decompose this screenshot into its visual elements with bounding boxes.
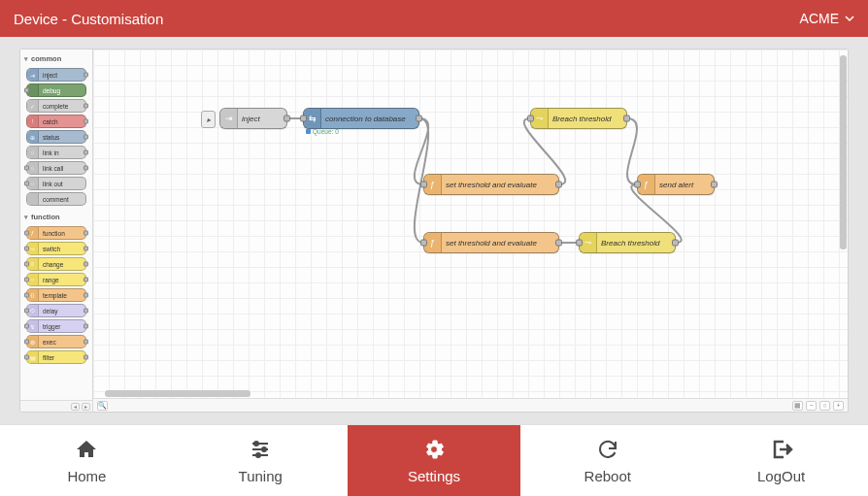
- palette-expand-icon[interactable]: ▸: [82, 403, 90, 411]
- palette-node-status[interactable]: ⊕status: [26, 130, 86, 144]
- workspace: common⇥injectdebug✓complete!catch⊕status…: [0, 37, 868, 424]
- palette-node-comment[interactable]: comment: [26, 192, 86, 206]
- svg-point-3: [254, 442, 258, 446]
- palette-group-function[interactable]: function: [22, 210, 90, 224]
- flow-node-label: send alert: [659, 181, 693, 189]
- palette-node-catch[interactable]: !catch: [26, 115, 86, 128]
- complete-icon: ✓: [27, 100, 39, 112]
- logout-icon: [770, 438, 793, 464]
- palette-node-label: link in: [43, 149, 59, 156]
- tuning-icon: [249, 438, 272, 464]
- palette-collapse-icon[interactable]: ◂: [71, 403, 80, 411]
- flow-node-alert[interactable]: ƒsend alert: [637, 174, 715, 195]
- reboot-icon: [596, 438, 619, 464]
- palette-node-template[interactable]: {}template: [26, 288, 86, 302]
- palette-node-label: trigger: [43, 323, 60, 330]
- search-icon[interactable]: 🔍: [97, 401, 108, 411]
- inject-icon: ⇥: [27, 69, 39, 81]
- palette-node-exec[interactable]: ⚙exec: [26, 335, 86, 348]
- palette-node-label: switch: [43, 246, 60, 252]
- palette-node-label: debug: [43, 87, 60, 94]
- tab-label: Settings: [408, 468, 460, 484]
- canvas-wrap: ▸⇥inject⇆connection to databaseQueue: 0⤳…: [93, 50, 848, 412]
- inject-trigger-button[interactable]: ▸: [201, 111, 216, 128]
- flow-node-label: inject: [242, 115, 260, 123]
- palette-node-label: comment: [43, 196, 69, 203]
- svg-point-5: [256, 453, 260, 457]
- palette-node-debug[interactable]: debug: [26, 83, 86, 97]
- palette-node-link-out[interactable]: ○link out: [26, 177, 86, 190]
- palette-node-label: delay: [43, 308, 58, 314]
- palette-node-range[interactable]: ↔range: [26, 273, 86, 286]
- palette-node-function[interactable]: ƒfunction: [26, 226, 86, 240]
- status-icon: ⊕: [27, 131, 39, 143]
- tab-logout[interactable]: LogOut: [694, 425, 868, 496]
- flow-node-label: Breach threshold: [552, 115, 611, 123]
- inject-icon: ⇥: [220, 109, 238, 128]
- palette-node-link-call[interactable]: ○link call: [26, 161, 86, 175]
- palette-node-label: status: [43, 134, 59, 141]
- palette-node-label: exec: [43, 339, 56, 346]
- palette-node-change[interactable]: ≡change: [26, 257, 86, 271]
- flow-node-breach2[interactable]: ⤳Breach threshold: [579, 232, 676, 253]
- tab-settings[interactable]: Settings: [348, 425, 521, 496]
- flow-node-inject[interactable]: ▸⇥inject: [219, 108, 287, 129]
- flow-node-eval2[interactable]: ƒset threshold and evaluate: [423, 232, 559, 253]
- flow-editor: common⇥injectdebug✓complete!catch⊕status…: [19, 49, 849, 413]
- comment-icon: [27, 193, 39, 205]
- horizontal-scrollbar[interactable]: [105, 390, 780, 397]
- palette-footer: ◂ ▸: [20, 400, 92, 412]
- palette-node-label: range: [43, 277, 59, 283]
- flow-node-breach1[interactable]: ⤳Breach threshold: [530, 108, 627, 129]
- zoom-out-button[interactable]: −: [806, 401, 817, 411]
- palette-node-label: complete: [43, 103, 68, 110]
- zoom-reset-button[interactable]: ○: [819, 401, 830, 411]
- tab-home[interactable]: Home: [0, 425, 174, 496]
- palette-node-label: template: [43, 292, 67, 299]
- palette-node-label: inject: [43, 72, 57, 79]
- chevron-down-icon: [845, 14, 854, 23]
- navigator-icon[interactable]: ▦: [792, 401, 803, 411]
- wire-breach1-alert[interactable]: [627, 118, 637, 184]
- flow-node-label: set threshold and evaluate: [446, 181, 537, 189]
- palette-node-filter[interactable]: ▤filter: [26, 350, 86, 364]
- home-icon: [75, 438, 98, 464]
- vertical-scrollbar[interactable]: [840, 55, 847, 396]
- palette-node-switch[interactable]: ⤳switch: [26, 242, 86, 255]
- tab-label: Reboot: [584, 468, 631, 484]
- org-name: ACME: [800, 11, 839, 26]
- palette-node-label: filter: [43, 354, 54, 361]
- tab-label: Home: [67, 468, 106, 484]
- zoom-in-button[interactable]: +: [833, 401, 844, 411]
- palette-group-common[interactable]: common: [22, 51, 90, 66]
- palette-node-label: catch: [43, 118, 58, 125]
- page-title: Device - Customisation: [14, 11, 163, 27]
- org-selector[interactable]: ACME: [800, 11, 854, 26]
- settings-icon: [422, 438, 446, 464]
- palette-node-delay[interactable]: ⏲delay: [26, 304, 86, 317]
- canvas-footer: 🔍 ▦ − ○ +: [93, 398, 848, 412]
- tab-tuning[interactable]: Tuning: [174, 425, 348, 496]
- link-in-icon: ○: [27, 147, 39, 158]
- palette-node-trigger[interactable]: ↯trigger: [26, 319, 86, 333]
- palette-node-link-in[interactable]: ○link in: [26, 146, 86, 159]
- palette-node-complete[interactable]: ✓complete: [26, 99, 86, 113]
- flow-node-status: Queue: 0: [306, 128, 339, 135]
- node-palette: common⇥injectdebug✓complete!catch⊕status…: [20, 50, 93, 412]
- flow-canvas[interactable]: ▸⇥inject⇆connection to databaseQueue: 0⤳…: [93, 50, 848, 412]
- svg-point-4: [262, 447, 266, 451]
- palette-node-label: link out: [43, 181, 63, 187]
- tab-reboot[interactable]: Reboot: [520, 425, 694, 496]
- tab-label: LogOut: [757, 468, 805, 484]
- palette-node-inject[interactable]: ⇥inject: [26, 68, 86, 82]
- catch-icon: !: [27, 116, 39, 127]
- flow-node-eval1[interactable]: ƒset threshold and evaluate: [423, 174, 559, 195]
- palette-node-label: function: [43, 230, 65, 237]
- bottom-tab-bar: HomeTuningSettingsRebootLogOut: [0, 424, 868, 496]
- top-bar: Device - Customisation ACME: [0, 0, 868, 37]
- flow-node-conn[interactable]: ⇆connection to databaseQueue: 0: [303, 108, 419, 129]
- palette-node-label: change: [43, 261, 63, 268]
- tab-label: Tuning: [239, 468, 283, 484]
- flow-node-label: Breach threshold: [601, 239, 659, 248]
- flow-node-label: set threshold and evaluate: [446, 239, 537, 248]
